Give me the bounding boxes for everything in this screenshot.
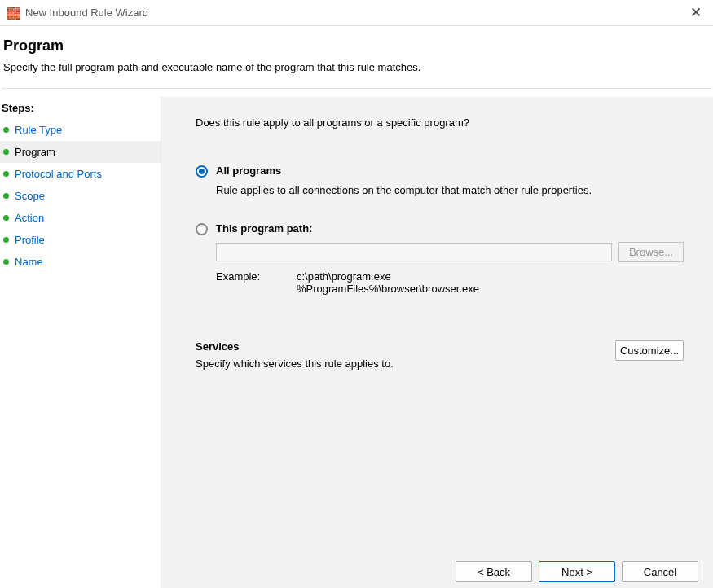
cancel-button[interactable]: Cancel: [622, 561, 698, 582]
step-scope[interactable]: Scope: [0, 185, 161, 207]
services-sub: Specify which services this rule applies…: [196, 358, 394, 370]
steps-heading: Steps:: [0, 97, 161, 119]
radio-this-program-path[interactable]: [196, 223, 208, 235]
example-label: Example:: [216, 270, 269, 295]
step-protocol-and-ports[interactable]: Protocol and Ports: [0, 163, 161, 185]
close-icon[interactable]: ✕: [690, 4, 702, 21]
titlebar: 🧱 New Inbound Rule Wizard ✕: [0, 0, 713, 26]
step-label: Rule Type: [15, 124, 62, 136]
window-title: New Inbound Rule Wizard: [25, 7, 148, 19]
step-program[interactable]: Program: [0, 141, 161, 163]
step-bullet-icon: [3, 127, 9, 133]
back-button[interactable]: < Back: [456, 561, 532, 582]
step-profile[interactable]: Profile: [0, 229, 161, 251]
radio-all-programs[interactable]: [196, 165, 208, 178]
option-all-desc: Rule applies to all connections on the c…: [216, 184, 684, 196]
footer: < Back Next > Cancel: [161, 550, 713, 588]
step-label: Action: [15, 212, 44, 224]
step-action[interactable]: Action: [0, 207, 161, 229]
firewall-icon: 🧱: [7, 7, 20, 19]
page-subtitle: Specify the full program path and execut…: [2, 61, 711, 73]
question-text: Does this rule apply to all programs or …: [196, 116, 684, 129]
main-pane: Does this rule apply to all programs or …: [161, 97, 713, 588]
option-path-label[interactable]: This program path:: [216, 222, 312, 235]
step-bullet-icon: [3, 259, 9, 265]
step-bullet-icon: [3, 237, 9, 243]
next-button[interactable]: Next >: [539, 561, 615, 582]
services-heading: Services: [196, 340, 394, 353]
step-label: Protocol and Ports: [15, 168, 102, 180]
divider: [2, 88, 711, 89]
option-all-label[interactable]: All programs: [216, 165, 281, 177]
step-label: Profile: [15, 234, 45, 246]
page-title: Program: [2, 37, 711, 55]
step-name[interactable]: Name: [0, 251, 161, 273]
example-paths: c:\path\program.exe %ProgramFiles%\brows…: [297, 270, 479, 295]
step-bullet-icon: [3, 215, 9, 221]
step-label: Scope: [15, 190, 45, 202]
sidebar: Steps: Rule TypeProgramProtocol and Port…: [0, 97, 161, 588]
header: Program Specify the full program path an…: [2, 26, 711, 97]
step-bullet-icon: [3, 171, 9, 177]
customize-button[interactable]: Customize...: [615, 340, 684, 361]
step-rule-type[interactable]: Rule Type: [0, 119, 161, 141]
step-bullet-icon: [3, 193, 9, 199]
step-bullet-icon: [3, 149, 9, 155]
step-label: Name: [15, 256, 43, 268]
browse-button[interactable]: Browse...: [618, 242, 684, 262]
program-path-input[interactable]: [216, 243, 612, 261]
step-label: Program: [15, 146, 55, 158]
